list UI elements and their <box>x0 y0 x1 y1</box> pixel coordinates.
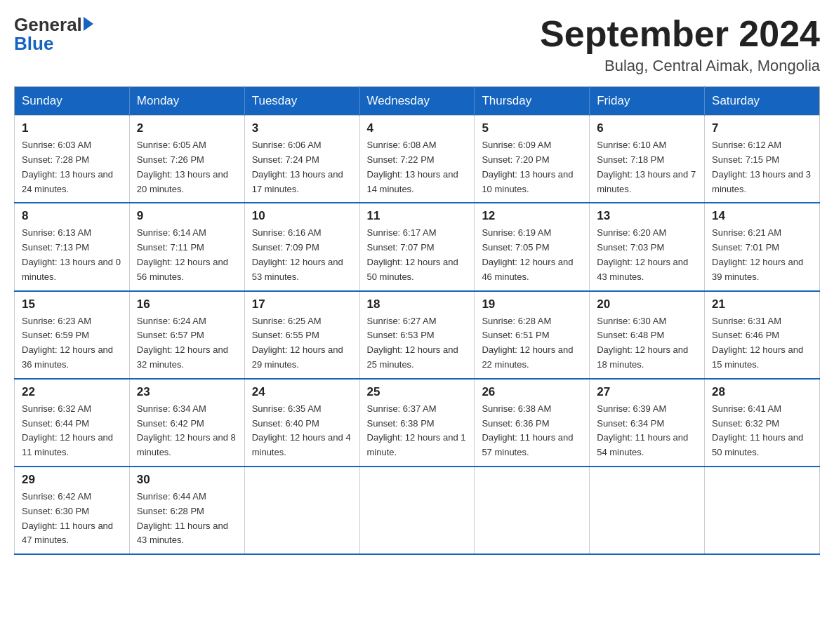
day-info: Sunrise: 6:17 AM Sunset: 7:07 PM Dayligh… <box>367 226 468 284</box>
day-info: Sunrise: 6:31 AM Sunset: 6:46 PM Dayligh… <box>712 314 812 373</box>
table-row <box>590 467 705 554</box>
day-info: Sunrise: 6:41 AM Sunset: 6:32 PM Dayligh… <box>712 402 812 460</box>
day-number: 21 <box>712 297 812 311</box>
table-row: 5 Sunrise: 6:09 AM Sunset: 7:20 PM Dayli… <box>475 116 590 203</box>
day-number: 29 <box>22 473 122 487</box>
day-number: 11 <box>367 209 468 223</box>
table-row: 6 Sunrise: 6:10 AM Sunset: 7:18 PM Dayli… <box>590 116 705 203</box>
day-info: Sunrise: 6:12 AM Sunset: 7:15 PM Dayligh… <box>712 138 812 196</box>
day-number: 23 <box>137 385 237 399</box>
table-row: 24 Sunrise: 6:35 AM Sunset: 6:40 PM Dayl… <box>244 379 359 467</box>
day-number: 10 <box>252 209 352 223</box>
logo: General Blue <box>14 14 93 55</box>
table-row: 4 Sunrise: 6:08 AM Sunset: 7:22 PM Dayli… <box>359 116 475 203</box>
logo-triangle-icon <box>84 17 93 31</box>
calendar-week-row: 8 Sunrise: 6:13 AM Sunset: 7:13 PM Dayli… <box>15 203 820 290</box>
table-row <box>359 467 475 554</box>
day-info: Sunrise: 6:16 AM Sunset: 7:09 PM Dayligh… <box>252 226 352 284</box>
table-row <box>475 467 590 554</box>
calendar-week-row: 15 Sunrise: 6:23 AM Sunset: 6:59 PM Dayl… <box>15 291 820 379</box>
day-info: Sunrise: 6:30 AM Sunset: 6:48 PM Dayligh… <box>597 314 697 373</box>
day-info: Sunrise: 6:23 AM Sunset: 6:59 PM Dayligh… <box>22 314 122 373</box>
day-number: 13 <box>597 209 697 223</box>
day-info: Sunrise: 6:09 AM Sunset: 7:20 PM Dayligh… <box>482 138 582 196</box>
day-info: Sunrise: 6:10 AM Sunset: 7:18 PM Dayligh… <box>597 138 697 196</box>
page-header: General Blue September 2024 Bulag, Centr… <box>14 14 820 75</box>
day-info: Sunrise: 6:34 AM Sunset: 6:42 PM Dayligh… <box>137 402 237 460</box>
day-number: 1 <box>22 121 122 135</box>
calendar-title-area: September 2024 Bulag, Central Aimak, Mon… <box>540 14 820 75</box>
table-row: 22 Sunrise: 6:32 AM Sunset: 6:44 PM Dayl… <box>15 379 130 467</box>
table-row: 3 Sunrise: 6:06 AM Sunset: 7:24 PM Dayli… <box>244 116 359 203</box>
day-info: Sunrise: 6:19 AM Sunset: 7:05 PM Dayligh… <box>482 226 582 284</box>
table-row: 12 Sunrise: 6:19 AM Sunset: 7:05 PM Dayl… <box>475 203 590 290</box>
day-number: 28 <box>712 385 812 399</box>
table-row: 17 Sunrise: 6:25 AM Sunset: 6:55 PM Dayl… <box>244 291 359 379</box>
day-number: 8 <box>22 209 122 223</box>
day-info: Sunrise: 6:39 AM Sunset: 6:34 PM Dayligh… <box>597 402 697 460</box>
day-number: 16 <box>137 297 237 311</box>
day-number: 20 <box>597 297 697 311</box>
day-info: Sunrise: 6:32 AM Sunset: 6:44 PM Dayligh… <box>22 402 122 460</box>
day-number: 6 <box>597 121 697 135</box>
table-row: 7 Sunrise: 6:12 AM Sunset: 7:15 PM Dayli… <box>705 116 820 203</box>
table-row: 10 Sunrise: 6:16 AM Sunset: 7:09 PM Dayl… <box>244 203 359 290</box>
calendar-month-year: September 2024 <box>540 14 820 54</box>
table-row <box>244 467 359 554</box>
day-number: 30 <box>137 473 237 487</box>
day-number: 25 <box>367 385 468 399</box>
day-info: Sunrise: 6:37 AM Sunset: 6:38 PM Dayligh… <box>367 402 468 460</box>
calendar-table: Sunday Monday Tuesday Wednesday Thursday… <box>14 86 820 555</box>
calendar-week-row: 29 Sunrise: 6:42 AM Sunset: 6:30 PM Dayl… <box>15 467 820 554</box>
day-number: 3 <box>252 121 352 135</box>
table-row: 23 Sunrise: 6:34 AM Sunset: 6:42 PM Dayl… <box>129 379 244 467</box>
day-info: Sunrise: 6:35 AM Sunset: 6:40 PM Dayligh… <box>252 402 352 460</box>
day-number: 9 <box>137 209 237 223</box>
day-info: Sunrise: 6:06 AM Sunset: 7:24 PM Dayligh… <box>252 138 352 196</box>
table-row: 9 Sunrise: 6:14 AM Sunset: 7:11 PM Dayli… <box>129 203 244 290</box>
table-row: 18 Sunrise: 6:27 AM Sunset: 6:53 PM Dayl… <box>359 291 475 379</box>
table-row: 27 Sunrise: 6:39 AM Sunset: 6:34 PM Dayl… <box>590 379 705 467</box>
day-number: 12 <box>482 209 582 223</box>
table-row: 29 Sunrise: 6:42 AM Sunset: 6:30 PM Dayl… <box>15 467 130 554</box>
calendar-week-row: 22 Sunrise: 6:32 AM Sunset: 6:44 PM Dayl… <box>15 379 820 467</box>
header-monday: Monday <box>129 87 244 116</box>
table-row: 8 Sunrise: 6:13 AM Sunset: 7:13 PM Dayli… <box>15 203 130 290</box>
day-number: 18 <box>367 297 468 311</box>
day-info: Sunrise: 6:05 AM Sunset: 7:26 PM Dayligh… <box>137 138 237 196</box>
table-row: 25 Sunrise: 6:37 AM Sunset: 6:38 PM Dayl… <box>359 379 475 467</box>
day-number: 4 <box>367 121 468 135</box>
day-info: Sunrise: 6:21 AM Sunset: 7:01 PM Dayligh… <box>712 226 812 284</box>
calendar-location: Bulag, Central Aimak, Mongolia <box>540 57 820 75</box>
header-tuesday: Tuesday <box>244 87 359 116</box>
day-info: Sunrise: 6:38 AM Sunset: 6:36 PM Dayligh… <box>482 402 582 460</box>
day-info: Sunrise: 6:14 AM Sunset: 7:11 PM Dayligh… <box>137 226 237 284</box>
calendar-header-row: Sunday Monday Tuesday Wednesday Thursday… <box>15 87 820 116</box>
day-number: 17 <box>252 297 352 311</box>
table-row: 14 Sunrise: 6:21 AM Sunset: 7:01 PM Dayl… <box>705 203 820 290</box>
day-info: Sunrise: 6:24 AM Sunset: 6:57 PM Dayligh… <box>137 314 237 373</box>
table-row: 2 Sunrise: 6:05 AM Sunset: 7:26 PM Dayli… <box>129 116 244 203</box>
day-number: 26 <box>482 385 582 399</box>
day-number: 15 <box>22 297 122 311</box>
table-row: 19 Sunrise: 6:28 AM Sunset: 6:51 PM Dayl… <box>475 291 590 379</box>
day-number: 5 <box>482 121 582 135</box>
day-number: 27 <box>597 385 697 399</box>
day-info: Sunrise: 6:20 AM Sunset: 7:03 PM Dayligh… <box>597 226 697 284</box>
table-row: 21 Sunrise: 6:31 AM Sunset: 6:46 PM Dayl… <box>705 291 820 379</box>
day-info: Sunrise: 6:44 AM Sunset: 6:28 PM Dayligh… <box>137 490 237 548</box>
header-wednesday: Wednesday <box>359 87 475 116</box>
table-row: 30 Sunrise: 6:44 AM Sunset: 6:28 PM Dayl… <box>129 467 244 554</box>
day-info: Sunrise: 6:13 AM Sunset: 7:13 PM Dayligh… <box>22 226 122 284</box>
day-number: 22 <box>22 385 122 399</box>
table-row: 1 Sunrise: 6:03 AM Sunset: 7:28 PM Dayli… <box>15 116 130 203</box>
header-saturday: Saturday <box>705 87 820 116</box>
day-info: Sunrise: 6:25 AM Sunset: 6:55 PM Dayligh… <box>252 314 352 373</box>
day-number: 2 <box>137 121 237 135</box>
header-friday: Friday <box>590 87 705 116</box>
table-row: 15 Sunrise: 6:23 AM Sunset: 6:59 PM Dayl… <box>15 291 130 379</box>
day-info: Sunrise: 6:08 AM Sunset: 7:22 PM Dayligh… <box>367 138 468 196</box>
header-thursday: Thursday <box>475 87 590 116</box>
table-row: 20 Sunrise: 6:30 AM Sunset: 6:48 PM Dayl… <box>590 291 705 379</box>
logo-blue-text: Blue <box>14 33 53 55</box>
